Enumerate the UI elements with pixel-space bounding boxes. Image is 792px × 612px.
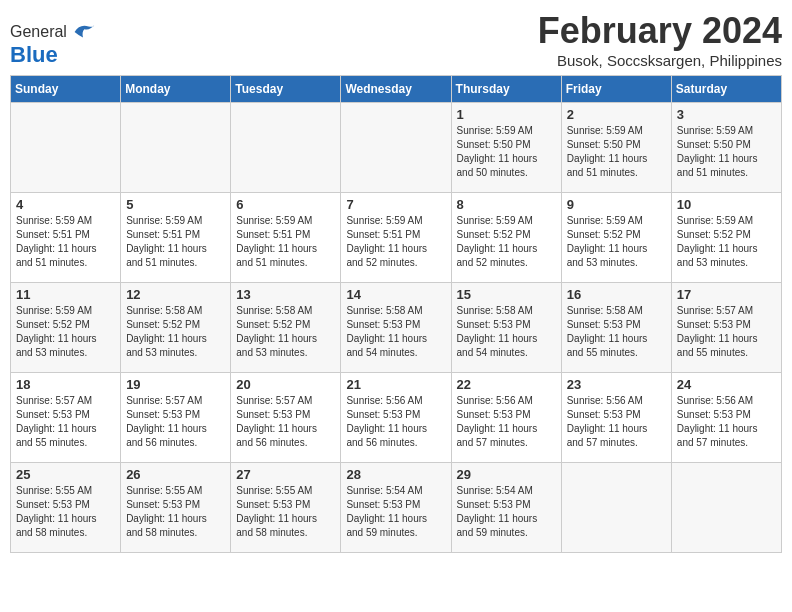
day-number: 22	[457, 377, 556, 392]
day-number: 8	[457, 197, 556, 212]
day-number: 25	[16, 467, 115, 482]
calendar-cell	[11, 103, 121, 193]
day-detail: Sunrise: 5:55 AMSunset: 5:53 PMDaylight:…	[126, 484, 225, 540]
day-number: 1	[457, 107, 556, 122]
day-number: 16	[567, 287, 666, 302]
day-detail: Sunrise: 5:59 AMSunset: 5:52 PMDaylight:…	[457, 214, 556, 270]
day-number: 21	[346, 377, 445, 392]
calendar-week-row: 1Sunrise: 5:59 AMSunset: 5:50 PMDaylight…	[11, 103, 782, 193]
calendar-cell: 7Sunrise: 5:59 AMSunset: 5:51 PMDaylight…	[341, 193, 451, 283]
calendar-cell: 20Sunrise: 5:57 AMSunset: 5:53 PMDayligh…	[231, 373, 341, 463]
weekday-header-sunday: Sunday	[11, 76, 121, 103]
weekday-header-wednesday: Wednesday	[341, 76, 451, 103]
day-detail: Sunrise: 5:59 AMSunset: 5:52 PMDaylight:…	[567, 214, 666, 270]
calendar-cell: 19Sunrise: 5:57 AMSunset: 5:53 PMDayligh…	[121, 373, 231, 463]
calendar-cell: 8Sunrise: 5:59 AMSunset: 5:52 PMDaylight…	[451, 193, 561, 283]
calendar-cell: 25Sunrise: 5:55 AMSunset: 5:53 PMDayligh…	[11, 463, 121, 553]
day-number: 5	[126, 197, 225, 212]
day-detail: Sunrise: 5:59 AMSunset: 5:52 PMDaylight:…	[16, 304, 115, 360]
calendar-cell: 12Sunrise: 5:58 AMSunset: 5:52 PMDayligh…	[121, 283, 231, 373]
day-detail: Sunrise: 5:59 AMSunset: 5:50 PMDaylight:…	[677, 124, 776, 180]
calendar-cell: 6Sunrise: 5:59 AMSunset: 5:51 PMDaylight…	[231, 193, 341, 283]
day-number: 29	[457, 467, 556, 482]
logo-general-text: General	[10, 23, 67, 41]
day-number: 17	[677, 287, 776, 302]
calendar-cell	[231, 103, 341, 193]
calendar-week-row: 11Sunrise: 5:59 AMSunset: 5:52 PMDayligh…	[11, 283, 782, 373]
day-detail: Sunrise: 5:58 AMSunset: 5:53 PMDaylight:…	[346, 304, 445, 360]
day-number: 11	[16, 287, 115, 302]
location-subtitle: Busok, Soccsksargen, Philippines	[538, 52, 782, 69]
weekday-header-friday: Friday	[561, 76, 671, 103]
calendar-table: SundayMondayTuesdayWednesdayThursdayFrid…	[10, 75, 782, 553]
month-year-title: February 2024	[538, 10, 782, 52]
day-detail: Sunrise: 5:58 AMSunset: 5:52 PMDaylight:…	[236, 304, 335, 360]
logo-bird-icon	[69, 18, 97, 46]
day-number: 13	[236, 287, 335, 302]
day-detail: Sunrise: 5:56 AMSunset: 5:53 PMDaylight:…	[346, 394, 445, 450]
calendar-cell: 17Sunrise: 5:57 AMSunset: 5:53 PMDayligh…	[671, 283, 781, 373]
day-number: 15	[457, 287, 556, 302]
day-number: 7	[346, 197, 445, 212]
calendar-cell: 26Sunrise: 5:55 AMSunset: 5:53 PMDayligh…	[121, 463, 231, 553]
calendar-cell	[671, 463, 781, 553]
calendar-cell: 2Sunrise: 5:59 AMSunset: 5:50 PMDaylight…	[561, 103, 671, 193]
day-detail: Sunrise: 5:58 AMSunset: 5:53 PMDaylight:…	[567, 304, 666, 360]
calendar-header-row: SundayMondayTuesdayWednesdayThursdayFrid…	[11, 76, 782, 103]
day-detail: Sunrise: 5:55 AMSunset: 5:53 PMDaylight:…	[236, 484, 335, 540]
calendar-cell: 24Sunrise: 5:56 AMSunset: 5:53 PMDayligh…	[671, 373, 781, 463]
day-detail: Sunrise: 5:58 AMSunset: 5:53 PMDaylight:…	[457, 304, 556, 360]
calendar-cell	[341, 103, 451, 193]
day-detail: Sunrise: 5:59 AMSunset: 5:50 PMDaylight:…	[457, 124, 556, 180]
calendar-cell: 27Sunrise: 5:55 AMSunset: 5:53 PMDayligh…	[231, 463, 341, 553]
calendar-cell	[121, 103, 231, 193]
day-number: 6	[236, 197, 335, 212]
calendar-cell: 23Sunrise: 5:56 AMSunset: 5:53 PMDayligh…	[561, 373, 671, 463]
calendar-cell: 29Sunrise: 5:54 AMSunset: 5:53 PMDayligh…	[451, 463, 561, 553]
calendar-cell: 28Sunrise: 5:54 AMSunset: 5:53 PMDayligh…	[341, 463, 451, 553]
day-number: 18	[16, 377, 115, 392]
day-detail: Sunrise: 5:59 AMSunset: 5:51 PMDaylight:…	[126, 214, 225, 270]
calendar-week-row: 25Sunrise: 5:55 AMSunset: 5:53 PMDayligh…	[11, 463, 782, 553]
calendar-cell: 22Sunrise: 5:56 AMSunset: 5:53 PMDayligh…	[451, 373, 561, 463]
day-detail: Sunrise: 5:55 AMSunset: 5:53 PMDaylight:…	[16, 484, 115, 540]
day-detail: Sunrise: 5:57 AMSunset: 5:53 PMDaylight:…	[677, 304, 776, 360]
day-number: 27	[236, 467, 335, 482]
day-detail: Sunrise: 5:59 AMSunset: 5:52 PMDaylight:…	[677, 214, 776, 270]
day-number: 9	[567, 197, 666, 212]
day-number: 19	[126, 377, 225, 392]
day-detail: Sunrise: 5:59 AMSunset: 5:50 PMDaylight:…	[567, 124, 666, 180]
page-header: General Blue February 2024 Busok, Soccsk…	[10, 10, 782, 69]
day-number: 10	[677, 197, 776, 212]
calendar-cell: 10Sunrise: 5:59 AMSunset: 5:52 PMDayligh…	[671, 193, 781, 283]
weekday-header-thursday: Thursday	[451, 76, 561, 103]
calendar-cell: 3Sunrise: 5:59 AMSunset: 5:50 PMDaylight…	[671, 103, 781, 193]
day-number: 4	[16, 197, 115, 212]
calendar-cell: 9Sunrise: 5:59 AMSunset: 5:52 PMDaylight…	[561, 193, 671, 283]
day-number: 14	[346, 287, 445, 302]
weekday-header-monday: Monday	[121, 76, 231, 103]
day-detail: Sunrise: 5:59 AMSunset: 5:51 PMDaylight:…	[236, 214, 335, 270]
day-number: 23	[567, 377, 666, 392]
day-number: 24	[677, 377, 776, 392]
calendar-cell	[561, 463, 671, 553]
calendar-cell: 18Sunrise: 5:57 AMSunset: 5:53 PMDayligh…	[11, 373, 121, 463]
day-detail: Sunrise: 5:56 AMSunset: 5:53 PMDaylight:…	[457, 394, 556, 450]
day-detail: Sunrise: 5:59 AMSunset: 5:51 PMDaylight:…	[16, 214, 115, 270]
calendar-week-row: 4Sunrise: 5:59 AMSunset: 5:51 PMDaylight…	[11, 193, 782, 283]
calendar-cell: 13Sunrise: 5:58 AMSunset: 5:52 PMDayligh…	[231, 283, 341, 373]
day-detail: Sunrise: 5:54 AMSunset: 5:53 PMDaylight:…	[457, 484, 556, 540]
weekday-header-tuesday: Tuesday	[231, 76, 341, 103]
day-number: 3	[677, 107, 776, 122]
day-detail: Sunrise: 5:54 AMSunset: 5:53 PMDaylight:…	[346, 484, 445, 540]
day-detail: Sunrise: 5:56 AMSunset: 5:53 PMDaylight:…	[567, 394, 666, 450]
calendar-cell: 11Sunrise: 5:59 AMSunset: 5:52 PMDayligh…	[11, 283, 121, 373]
calendar-cell: 5Sunrise: 5:59 AMSunset: 5:51 PMDaylight…	[121, 193, 231, 283]
weekday-header-saturday: Saturday	[671, 76, 781, 103]
day-detail: Sunrise: 5:59 AMSunset: 5:51 PMDaylight:…	[346, 214, 445, 270]
day-number: 20	[236, 377, 335, 392]
calendar-week-row: 18Sunrise: 5:57 AMSunset: 5:53 PMDayligh…	[11, 373, 782, 463]
day-detail: Sunrise: 5:57 AMSunset: 5:53 PMDaylight:…	[16, 394, 115, 450]
day-number: 2	[567, 107, 666, 122]
calendar-cell: 1Sunrise: 5:59 AMSunset: 5:50 PMDaylight…	[451, 103, 561, 193]
